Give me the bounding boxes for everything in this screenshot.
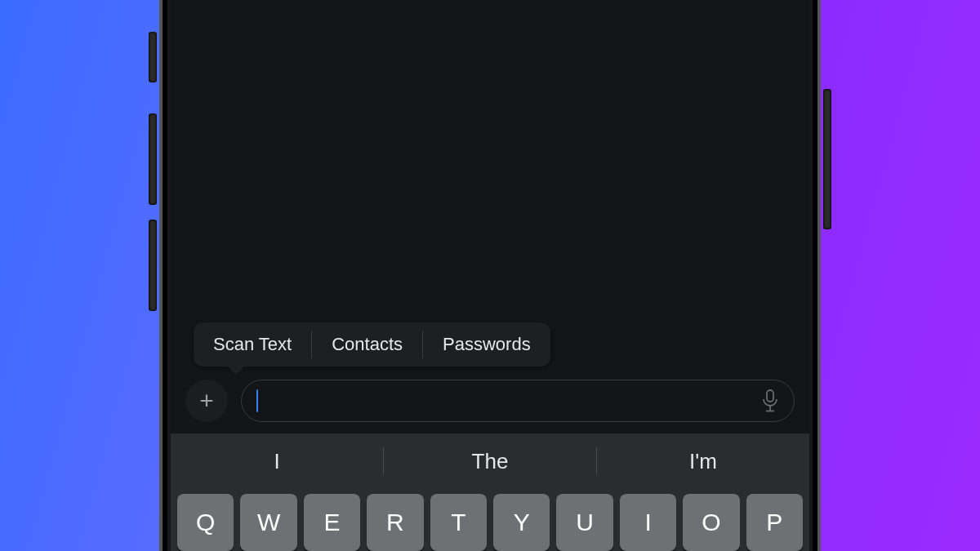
side-button-volume-up <box>149 114 156 204</box>
key-i[interactable]: I <box>620 494 676 551</box>
content-area <box>171 0 809 322</box>
key-e[interactable]: E <box>304 494 360 551</box>
menu-item-scan-text[interactable]: Scan Text <box>194 322 311 367</box>
keyboard-row-1: Q W E R T Y U I O P <box>171 489 809 551</box>
key-r[interactable]: R <box>367 494 423 551</box>
side-button-power <box>824 90 831 229</box>
svg-rect-0 <box>767 390 773 402</box>
suggestion-2[interactable]: The <box>384 449 596 474</box>
message-input-row: + <box>171 373 809 433</box>
phone-frame: Scan Text Contacts Passwords + <box>159 0 821 551</box>
side-button-volume-down <box>149 220 156 310</box>
side-button-silent <box>149 33 156 82</box>
suggestion-bar: I The I'm <box>171 433 809 489</box>
dictation-button[interactable] <box>761 389 779 412</box>
keyboard: I The I'm Q W E R T Y U I O P <box>171 433 809 551</box>
key-t[interactable]: T <box>430 494 487 551</box>
key-u[interactable]: U <box>556 494 612 551</box>
screen: Scan Text Contacts Passwords + <box>171 0 809 551</box>
key-p[interactable]: P <box>746 494 803 551</box>
key-q[interactable]: Q <box>177 494 234 551</box>
mic-icon <box>761 389 779 412</box>
key-y[interactable]: Y <box>493 494 550 551</box>
menu-item-passwords[interactable]: Passwords <box>423 322 550 367</box>
phone-body: Scan Text Contacts Passwords + <box>159 0 821 551</box>
add-attachment-button[interactable]: + <box>185 380 228 422</box>
key-o[interactable]: O <box>683 494 739 551</box>
message-input[interactable] <box>241 380 795 422</box>
suggestion-1[interactable]: I <box>171 449 383 474</box>
text-caret <box>256 389 258 412</box>
suggestion-3[interactable]: I'm <box>597 449 809 474</box>
menu-item-contacts[interactable]: Contacts <box>312 322 422 367</box>
key-w[interactable]: W <box>240 494 296 551</box>
plus-icon: + <box>199 387 214 415</box>
context-menu-popover: Scan Text Contacts Passwords <box>194 322 550 367</box>
